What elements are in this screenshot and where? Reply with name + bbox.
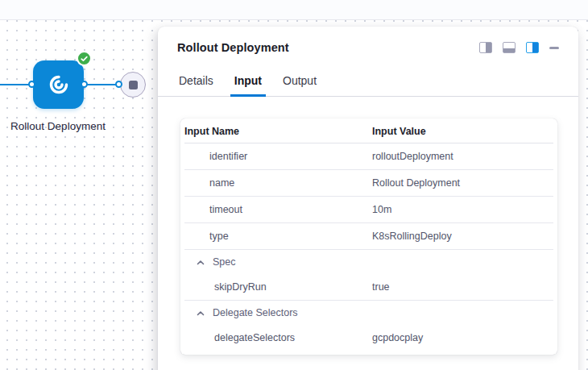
- layout-right-pane-icon[interactable]: [479, 42, 492, 53]
- input-row: skipDryRuntrue: [184, 274, 553, 301]
- input-value: 10m: [372, 204, 553, 215]
- minimize-icon[interactable]: [549, 47, 559, 49]
- input-name: name: [184, 177, 372, 189]
- end-node-port[interactable]: [115, 81, 122, 88]
- panel-header: Rollout Deployment: [158, 27, 578, 54]
- stop-square-icon: [129, 81, 138, 89]
- input-name: identifier: [184, 151, 372, 162]
- input-row: nameRollout Deployment: [184, 170, 553, 197]
- inputs-card: Input Name Input Value identifierrollout…: [180, 118, 557, 355]
- input-row: typeK8sRollingDeploy: [184, 223, 553, 250]
- input-name: timeout: [184, 204, 372, 215]
- edge-outgoing: [86, 84, 117, 85]
- input-value: K8sRollingDeploy: [372, 231, 553, 242]
- table-header-row: Input Name Input Value: [184, 119, 553, 143]
- chevron-up-icon[interactable]: [197, 310, 205, 316]
- input-row: delegateSelectorsgcpdocplay: [184, 325, 553, 351]
- collapsible-group-row[interactable]: Spec: [184, 250, 553, 274]
- tab-input[interactable]: Input: [233, 67, 263, 96]
- input-value: Rollout Deployment: [372, 177, 553, 189]
- column-header-input-value: Input Value: [372, 126, 553, 137]
- node-port-left[interactable]: [28, 81, 35, 88]
- input-row: identifierrolloutDeployment: [184, 143, 553, 170]
- input-value: rolloutDeployment: [372, 151, 553, 162]
- input-name: delegateSelectors: [184, 332, 372, 343]
- edge-incoming: [0, 84, 30, 85]
- stage-end-node[interactable]: [120, 72, 146, 98]
- layout-right-pane-active-icon[interactable]: [526, 42, 539, 53]
- top-toolbar: [0, 0, 588, 20]
- input-name: type: [184, 231, 372, 242]
- column-header-input-name: Input Name: [184, 126, 372, 137]
- tab-details[interactable]: Details: [177, 67, 215, 96]
- collapsible-group-row[interactable]: Delegate Selectors: [184, 301, 553, 325]
- input-row: timeout10m: [184, 197, 553, 223]
- step-node-rollout-deployment[interactable]: [33, 60, 84, 109]
- group-label: Spec: [213, 256, 236, 268]
- input-table-body: identifierrolloutDeploymentnameRollout D…: [184, 143, 553, 351]
- panel-tabs: DetailsInputOutput: [158, 67, 578, 97]
- check-badge-icon: [77, 51, 92, 66]
- chevron-up-icon[interactable]: [197, 260, 205, 265]
- step-details-panel: Rollout Deployment DetailsInputOutput In…: [158, 27, 578, 370]
- layout-bottom-pane-icon[interactable]: [503, 42, 516, 53]
- node-port-right[interactable]: [81, 81, 88, 88]
- panel-title: Rollout Deployment: [177, 41, 289, 54]
- panel-controls: [479, 42, 559, 53]
- input-name: skipDryRun: [184, 281, 372, 293]
- input-value: gcpdocplay: [372, 332, 553, 343]
- input-value: true: [372, 281, 553, 293]
- tab-output[interactable]: Output: [281, 67, 318, 96]
- node-label: Rollout Deployment: [10, 118, 106, 135]
- rollout-spiral-icon: [47, 73, 71, 97]
- group-label: Delegate Selectors: [213, 307, 298, 318]
